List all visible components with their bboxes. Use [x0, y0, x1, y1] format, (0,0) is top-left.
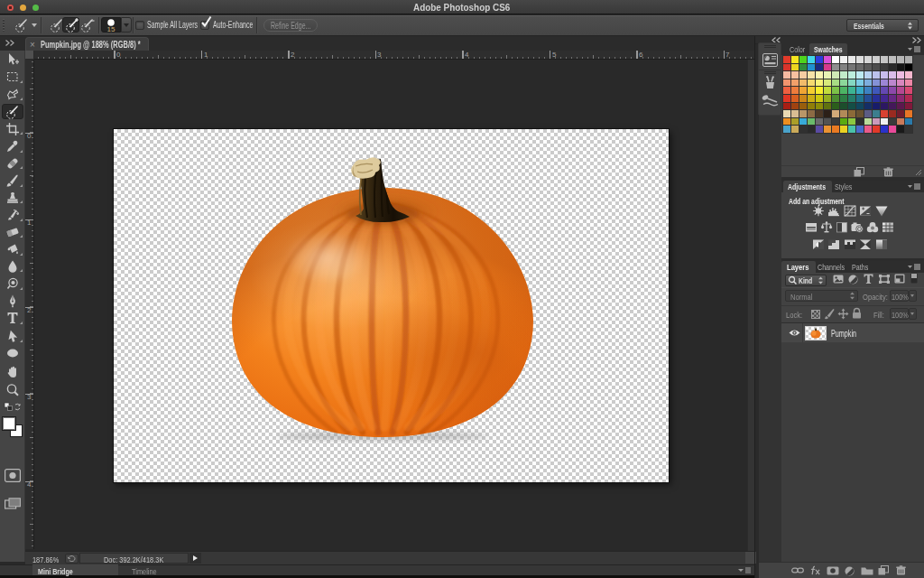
svg-text:15: 15 [107, 25, 116, 33]
